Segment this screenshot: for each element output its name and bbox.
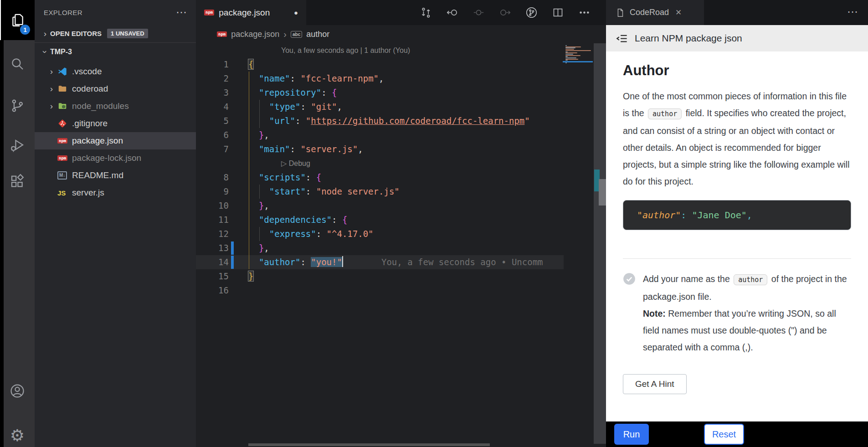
minimap-current-line xyxy=(563,61,593,62)
code-line-7[interactable]: 7 "main": "server.js", xyxy=(196,142,564,156)
text: Remember that you’re writing JSON, so al… xyxy=(643,308,836,352)
npm-icon: npm xyxy=(204,10,214,15)
file-tree: ›.vscode›coderoad›node_modules.gitignore… xyxy=(35,61,196,201)
more-actions-icon[interactable] xyxy=(578,6,591,19)
code-line-10[interactable]: 10 }, xyxy=(196,199,564,213)
text-cursor xyxy=(342,256,343,267)
file-name: package.json xyxy=(72,136,123,146)
file-tree-item-coderoad[interactable]: ›coderoad xyxy=(35,80,196,98)
extensions-activity-item[interactable] xyxy=(0,165,35,198)
npm-icon: npm xyxy=(217,31,227,37)
code-line-13[interactable]: 13 }, xyxy=(196,241,564,255)
line-number: 13 xyxy=(196,241,229,255)
scrollbar-thumb[interactable] xyxy=(599,179,606,206)
coderoad-panel: CodeRoad ✕ ⋯ Learn NPM package json Auth… xyxy=(606,0,868,447)
open-editors-section[interactable]: › OPEN EDITORS 1 UNSAVED xyxy=(35,25,196,43)
breadcrumb-symbol[interactable]: author xyxy=(306,30,329,39)
vertical-scrollbar[interactable] xyxy=(594,43,606,444)
symbol-string-icon: abc xyxy=(291,31,302,38)
dirty-dot-icon[interactable]: ● xyxy=(294,9,298,16)
line-number: 1 xyxy=(196,57,229,72)
run-tests-icon[interactable] xyxy=(525,6,538,19)
project-root-folder[interactable]: › TMP-3 xyxy=(35,43,196,61)
file-tree-item-package-lock-json[interactable]: npmpackage-lock.json xyxy=(35,149,196,167)
file-tree-item--gitignore[interactable]: .gitignore xyxy=(35,115,196,132)
file-tree-item-node-modules[interactable]: ›node_modules xyxy=(35,98,196,115)
close-icon[interactable]: ✕ xyxy=(675,8,682,17)
chevron-down-icon: › xyxy=(40,47,50,57)
horizontal-scrollbar[interactable] xyxy=(248,443,490,446)
check-circle-icon xyxy=(623,272,636,285)
previous-change-icon[interactable] xyxy=(446,6,458,19)
code-line-15[interactable]: 15} xyxy=(196,269,564,283)
reset-button[interactable]: Reset xyxy=(704,424,744,445)
breadcrumb: npm package.json › abc author xyxy=(196,25,606,43)
codelens-text[interactable]: ▷ Debug xyxy=(229,156,310,170)
file-name: package-lock.json xyxy=(72,153,141,163)
source-control-activity-item[interactable] xyxy=(0,89,35,122)
code-line-14[interactable]: 14 "author": "you!"You, a few seconds ag… xyxy=(196,255,564,269)
codelens[interactable]: ▷ Debug xyxy=(196,156,564,170)
codelens[interactable]: You, a few seconds ago | 1 author (You) xyxy=(196,43,564,57)
line-number: 15 xyxy=(196,269,229,283)
get-hint-button[interactable]: Get A Hint xyxy=(623,374,687,394)
chevron-right-icon: › xyxy=(46,101,57,111)
npm-folder-file-icon xyxy=(57,101,72,111)
code-line-4[interactable]: 4 "type": "git", xyxy=(196,100,564,114)
tab-coderoad[interactable]: CodeRoad ✕ xyxy=(606,0,704,25)
js-file-icon: JS xyxy=(57,189,72,197)
file-name: README.md xyxy=(72,170,123,180)
explorer-sidebar: EXPLORER ⋯ › OPEN EDITORS 1 UNSAVED › TM… xyxy=(35,0,196,447)
next-change-icon[interactable] xyxy=(499,6,511,19)
inline-code: author xyxy=(734,274,767,285)
indent-guide xyxy=(259,185,260,199)
code-line-16[interactable]: 16 xyxy=(196,283,564,298)
file-tree-item-package-json[interactable]: npmpackage.json xyxy=(35,132,196,149)
tutorial-title: Learn NPM package json xyxy=(635,33,742,44)
code-line-9[interactable]: 9 "start": "node server.js" xyxy=(196,185,564,199)
tutorial-header: Learn NPM package json xyxy=(606,25,868,51)
settings-gear-activity-item[interactable]: ⚙ xyxy=(0,419,35,447)
split-editor-icon[interactable] xyxy=(552,6,564,19)
code-line-3[interactable]: 3 "repository": { xyxy=(196,86,564,100)
file-tree-item-server-js[interactable]: JSserver.js xyxy=(35,184,196,201)
npm-file-icon: npm xyxy=(57,155,72,161)
collapse-menu-icon[interactable] xyxy=(616,32,628,45)
code-editor[interactable]: You, a few seconds ago | 1 author (You)1… xyxy=(196,43,564,308)
open-changes-icon[interactable] xyxy=(420,6,432,19)
line-number: 9 xyxy=(196,185,229,199)
modified-line-indicator xyxy=(231,241,234,255)
account-activity-item[interactable] xyxy=(0,375,35,407)
code-line-12[interactable]: 12 "express": "^4.17.0" xyxy=(196,227,564,241)
line-number: 3 xyxy=(196,86,229,100)
breadcrumb-separator-icon: › xyxy=(283,29,287,40)
search-activity-item[interactable] xyxy=(0,47,35,80)
tab-package-json[interactable]: npm package.json ● xyxy=(196,0,306,25)
run-button[interactable]: Run xyxy=(614,424,649,445)
code-line-11[interactable]: 11 "dependencies": { xyxy=(196,213,564,227)
task-text: Add your name as the author of the proje… xyxy=(643,271,851,356)
code-line-5[interactable]: 5 "url": "https://github.com/coderoad/fc… xyxy=(196,114,564,128)
line-number: 14 xyxy=(196,255,229,269)
code-line-2[interactable]: 2 "name": "fcc-learn-npm", xyxy=(196,72,564,86)
vscode-file-icon xyxy=(57,67,72,77)
explorer-activity-item[interactable]: 1 xyxy=(0,0,35,40)
open-editors-label: OPEN EDITORS xyxy=(50,30,102,37)
more-actions-icon[interactable]: ⋯ xyxy=(176,6,187,19)
codelens-text[interactable]: You, a few seconds ago | 1 author (You) xyxy=(229,43,410,57)
more-actions-icon[interactable]: ⋯ xyxy=(847,5,858,18)
chevron-right-icon: › xyxy=(46,67,57,77)
breadcrumb-file[interactable]: package.json xyxy=(231,30,279,39)
run-debug-activity-item[interactable] xyxy=(0,128,35,161)
open-files-badge: 1 xyxy=(20,25,30,35)
code-line-6[interactable]: 6 }, xyxy=(196,128,564,142)
line-number: 7 xyxy=(196,142,229,156)
line-number: 11 xyxy=(196,213,229,227)
file-tree-item--vscode[interactable]: ›.vscode xyxy=(35,63,196,80)
minimap[interactable] xyxy=(564,43,593,298)
editor-group: npm package.json ● npm package.json › ab… xyxy=(196,0,606,447)
code-line-1[interactable]: 1{ xyxy=(196,57,564,72)
file-tree-item-readme-md[interactable]: M↓README.md xyxy=(35,167,196,184)
current-change-icon[interactable] xyxy=(473,6,485,19)
code-line-8[interactable]: 8 "scripts": { xyxy=(196,170,564,185)
